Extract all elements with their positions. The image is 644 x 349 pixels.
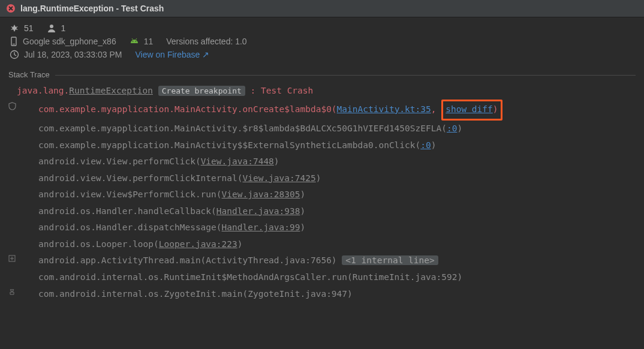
source-link[interactable]: :0 <box>447 124 457 133</box>
frame-after: , <box>431 104 441 114</box>
frame-text: android.view.View$PerformClick.run( <box>38 189 222 199</box>
api-level: 11 <box>144 37 154 46</box>
stack-frame: com.android.internal.os.RuntimeInit$Meth… <box>0 269 644 286</box>
exception-class[interactable]: RuntimeException <box>69 86 153 95</box>
frame-after: ) <box>431 140 437 150</box>
user-count: 1 <box>61 23 66 33</box>
view-on-firebase-link[interactable]: View on Firebase ↗ <box>135 50 209 59</box>
source-link[interactable]: View.java:7448 <box>201 157 274 166</box>
frame-text: com.example.myapplication.MainActivity.o… <box>38 104 337 114</box>
versions-affected: Versions affected: 1.0 <box>166 37 246 46</box>
svg-rect-3 <box>13 44 15 44</box>
show-diff-link[interactable]: show diff <box>446 104 493 114</box>
stack-trace: java.lang.RuntimeException Create breakp… <box>0 79 644 309</box>
source-link[interactable]: View.java:7425 <box>242 173 315 183</box>
source-link[interactable]: Handler.java:99 <box>222 222 300 232</box>
stack-frame: com.example.myapplication.MainActivity$$… <box>0 137 644 154</box>
frame-text: android.app.ActivityThread.main(Activity… <box>38 255 342 265</box>
frame-after: ) <box>274 157 279 166</box>
user-icon <box>47 23 56 33</box>
gutter-end-icon[interactable] <box>8 288 17 297</box>
source-link[interactable]: Handler.java:938 <box>216 206 300 216</box>
frame-text: com.android.internal.os.ZygoteInit.main(… <box>38 289 353 299</box>
frame-after: ) <box>457 124 462 133</box>
frame-text: android.os.Handler.handleCallback( <box>38 206 216 216</box>
frame-text: android.os.Handler.dispatchMessage( <box>38 222 222 232</box>
frame-text: android.view.View.performClick( <box>38 157 201 166</box>
device-name: Google sdk_gphone_x86 <box>23 37 116 46</box>
stack-frame: com.example.myapplication.MainActivity.o… <box>0 100 644 121</box>
gutter-shield-icon[interactable] <box>8 102 17 110</box>
crash-count: 51 <box>24 23 34 33</box>
svg-point-4 <box>132 41 133 42</box>
timestamp: Jul 18, 2023, 03:33:03 PM <box>24 50 122 59</box>
stack-frame: android.view.View$PerformClick.run(View.… <box>0 186 644 203</box>
frame-after: ) <box>237 239 243 249</box>
show-diff-highlight: show diff) <box>441 100 502 121</box>
error-icon <box>6 4 16 13</box>
create-breakpoint-button[interactable]: Create breakpoint <box>158 86 245 96</box>
frame-after: ) <box>300 222 306 232</box>
source-link[interactable]: View.java:28305 <box>222 189 300 199</box>
frame-text: com.example.myapplication.MainActivity.$… <box>38 124 447 133</box>
exception-package: java.lang. <box>17 86 69 95</box>
meta-block: 51 1 Google sdk_gphone_x86 11 Versions a… <box>0 17 644 68</box>
exception-message: : Test Crash <box>245 86 314 95</box>
stack-frame: com.android.internal.os.ZygoteInit.main(… <box>0 286 644 303</box>
svg-point-1 <box>50 25 53 28</box>
svg-line-7 <box>136 38 137 40</box>
stack-frame: android.view.View.performClick(View.java… <box>0 154 644 170</box>
clock-icon <box>10 50 19 59</box>
stack-frame: android.os.Handler.dispatchMessage(Handl… <box>0 219 644 236</box>
svg-point-5 <box>135 41 136 42</box>
frame-text: android.os.Looper.loop( <box>38 239 159 249</box>
frame-after: ) <box>300 189 306 199</box>
frame-text: com.example.myapplication.MainActivity$$… <box>38 140 420 150</box>
stack-frame: android.app.ActivityThread.main(Activity… <box>0 252 644 269</box>
stack-trace-label: Stack Trace <box>0 68 644 79</box>
frame-after: ) <box>316 173 321 183</box>
stack-frame: com.example.myapplication.MainActivity.$… <box>0 121 644 137</box>
crash-header: lang.RuntimeException - Test Crash <box>0 0 644 17</box>
source-link[interactable]: MainActivity.kt:35 <box>337 104 431 114</box>
frame-text: android.view.View.performClickInternal( <box>38 173 242 183</box>
internal-line-badge[interactable]: <1 internal line> <box>342 255 438 265</box>
svg-line-6 <box>132 38 133 40</box>
crash-count-icon <box>10 23 19 33</box>
gutter-expand-icon[interactable] <box>8 255 17 263</box>
source-link[interactable]: Looper.java:223 <box>159 239 237 249</box>
device-icon <box>10 37 18 46</box>
frame-text: com.android.internal.os.RuntimeInit$Meth… <box>38 272 462 282</box>
crash-title: lang.RuntimeException - Test Crash <box>20 4 164 13</box>
stack-frame: android.os.Looper.loop(Looper.java:223) <box>0 236 644 253</box>
android-icon <box>130 37 139 46</box>
stack-head: java.lang.RuntimeException Create breakp… <box>0 83 644 100</box>
stack-frame: android.os.Handler.handleCallback(Handle… <box>0 203 644 220</box>
frame-after: ) <box>300 206 306 216</box>
stack-frame: android.view.View.performClickInternal(V… <box>0 170 644 187</box>
source-link[interactable]: :0 <box>420 140 431 150</box>
